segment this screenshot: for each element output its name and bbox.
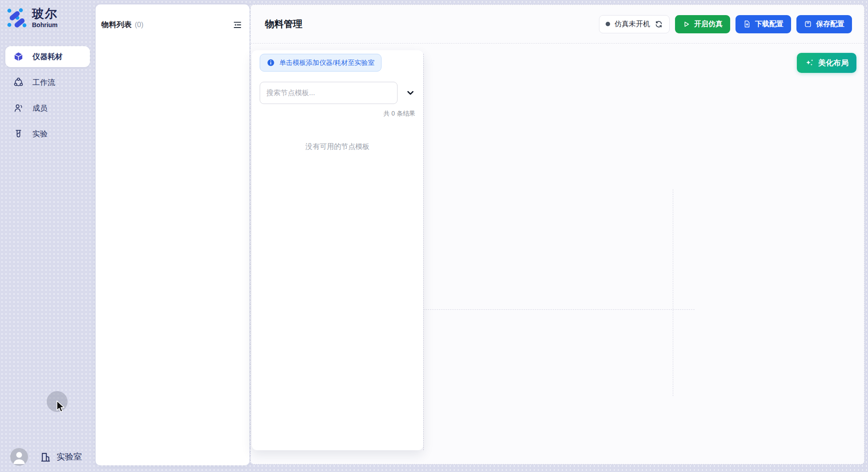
sidebar: 玻尔 Bohrium 仪器耗材 工作流 (0, 0, 95, 472)
workflow-icon (13, 77, 24, 88)
materials-list-count: (0) (135, 21, 144, 29)
beautify-layout-button[interactable]: 美化布局 (797, 53, 856, 73)
brand: 玻尔 Bohrium (0, 0, 95, 28)
cube-icon (13, 52, 24, 62)
info-icon (267, 59, 275, 67)
collapse-panel-icon[interactable] (233, 20, 242, 30)
sparkles-icon (805, 58, 814, 68)
chevron-down-icon[interactable] (406, 88, 415, 98)
play-icon (683, 20, 690, 28)
sidebar-item-experiments[interactable]: 实验 (5, 124, 90, 144)
hint-text: 单击模板添加仪器/耗材至实验室 (279, 59, 374, 67)
sidebar-item-members[interactable]: 成员 (5, 98, 90, 119)
header-actions: 仿真未开机 开启仿真 下载配 (599, 15, 852, 33)
search-row (260, 82, 415, 104)
bohrium-logo-icon (6, 7, 28, 28)
lab-entry-label: 实验室 (56, 451, 82, 463)
refresh-icon[interactable] (655, 20, 663, 28)
materials-list-panel: 物料列表 (0) (96, 4, 249, 465)
file-download-icon (743, 20, 751, 28)
hint-banner: 单击模板添加仪器/耗材至实验室 (260, 54, 382, 72)
avatar-person-icon (10, 448, 28, 466)
page-title: 物料管理 (265, 18, 302, 30)
simulation-status-pill: 仿真未开机 (599, 15, 670, 33)
canvas-guide-line (423, 309, 695, 310)
brand-name-en: Bohrium (32, 22, 58, 28)
materials-list-header: 物料列表 (0) (96, 4, 249, 30)
result-count: 共 0 条结果 (260, 110, 415, 118)
sidebar-item-workflow[interactable]: 工作流 (5, 72, 90, 93)
save-icon (804, 20, 812, 28)
simulation-status-text: 仿真未开机 (615, 20, 650, 29)
sidebar-item-label: 实验 (32, 129, 48, 139)
search-input[interactable] (260, 82, 398, 104)
building-icon (40, 451, 52, 463)
sidebar-footer: 实验室 (0, 448, 95, 466)
node-template-panel: 单击模板添加仪器/耗材至实验室 共 0 条结果 没有可用的节点模板 (252, 50, 423, 450)
avatar[interactable] (10, 448, 28, 466)
save-config-button[interactable]: 保存配置 (796, 15, 852, 33)
canvas-guide-line (423, 54, 424, 450)
experiment-icon (13, 129, 24, 139)
canvas-guide-line (673, 189, 673, 396)
download-config-button[interactable]: 下载配置 (735, 15, 791, 33)
brand-name-zh: 玻尔 (32, 8, 58, 20)
status-dot-icon (606, 22, 610, 26)
canvas-header: 物料管理 仿真未开机 开启仿真 (251, 5, 864, 44)
sidebar-item-instruments[interactable]: 仪器耗材 (5, 46, 90, 67)
sidebar-item-label: 仪器耗材 (32, 52, 63, 62)
sidebar-item-label: 工作流 (32, 77, 55, 88)
sidebar-item-label: 成员 (32, 103, 48, 113)
members-icon (13, 103, 24, 113)
start-simulation-button[interactable]: 开启仿真 (675, 15, 730, 33)
materials-list-title: 物料列表 (101, 20, 132, 30)
sidebar-menu: 仪器耗材 工作流 成员 实验 (0, 46, 95, 149)
material-canvas[interactable]: 物料管理 仿真未开机 开启仿真 (250, 4, 864, 464)
empty-state-text: 没有可用的节点模板 (260, 142, 415, 152)
lab-entry[interactable]: 实验室 (40, 451, 82, 463)
